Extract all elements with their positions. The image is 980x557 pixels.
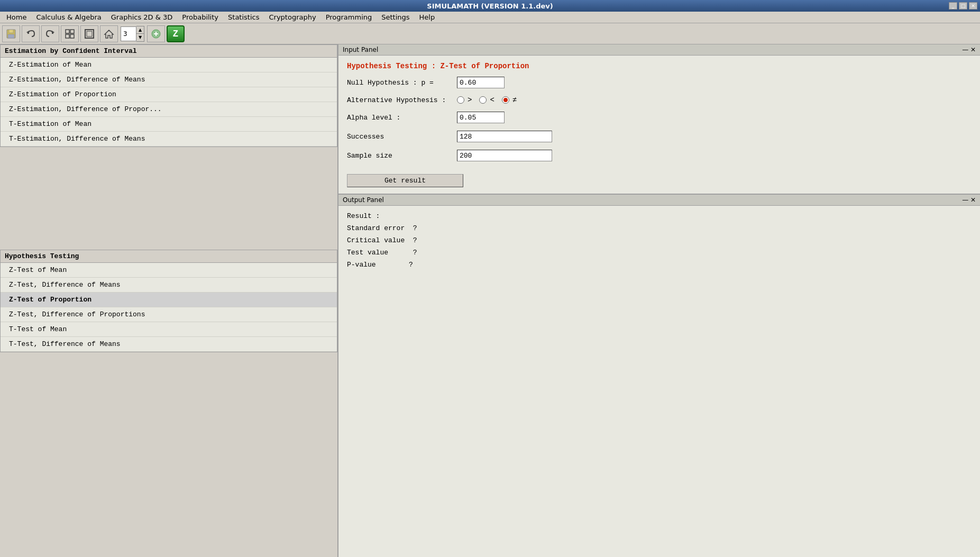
output-panel-content: Result : Standard error ? Critical value…: [338, 206, 980, 279]
radio-circle-less[interactable]: [479, 96, 487, 104]
list-item[interactable]: T-Test, Difference of Means: [1, 337, 337, 352]
save-icon: [5, 28, 17, 40]
svg-rect-1: [9, 30, 13, 33]
critical-value-row: Critical value ?: [347, 236, 972, 244]
get-result-button[interactable]: Get result: [347, 174, 463, 187]
hypothesis-title: Hypothesis Testing : Z-Test of Proportio…: [347, 62, 972, 70]
list-item[interactable]: T-Estimation of Mean: [1, 117, 337, 132]
result-header-row: Result :: [347, 212, 972, 220]
svg-rect-5: [66, 30, 69, 33]
input-panel-header: Input Panel — ✕: [338, 44, 980, 56]
radio-circle-greater[interactable]: [457, 96, 464, 104]
home-icon: [103, 28, 115, 40]
radio-greater[interactable]: [457, 96, 464, 104]
null-hypothesis-input[interactable]: [457, 77, 505, 88]
list-item[interactable]: T-Estimation, Difference of Means: [1, 132, 337, 147]
z-button-label: Z: [173, 29, 179, 39]
hypothesis-testing-header: Hypothesis Testing: [1, 250, 337, 263]
list-item[interactable]: Z-Estimation, Difference of Means: [1, 72, 337, 87]
input-panel-close[interactable]: — ✕: [962, 46, 976, 53]
output-panel-close[interactable]: — ✕: [962, 196, 976, 204]
svg-marker-11: [105, 30, 113, 38]
null-hypothesis-label: Null Hypothesis : p =: [347, 79, 453, 87]
menu-statistics[interactable]: Statistics: [224, 12, 263, 22]
bottom-spacer: [0, 352, 337, 557]
output-panel-header: Output Panel — ✕: [338, 195, 980, 206]
svg-rect-7: [66, 34, 69, 38]
main-content: Estimation by Confident Interval Z-Estim…: [0, 44, 980, 557]
frame-button[interactable]: [80, 25, 98, 42]
redo-button[interactable]: [41, 25, 59, 42]
radio-less[interactable]: [479, 96, 487, 104]
title-bar: SIMULAMATH (VERSION 1.1.dev) _ □ ✕: [0, 0, 980, 12]
undo-icon: [25, 28, 36, 40]
add-button[interactable]: [147, 25, 165, 42]
page-down-button[interactable]: ▼: [136, 34, 144, 41]
successes-input[interactable]: [457, 131, 552, 142]
alternative-hypothesis-row: Alternative Hypothesis : > <: [347, 96, 972, 104]
p-value-label: P-value ?: [347, 261, 453, 269]
minimize-button[interactable]: _: [949, 2, 957, 10]
grid-icon: [64, 28, 76, 40]
sample-size-input[interactable]: [457, 150, 552, 161]
estimation-section-header: Estimation by Confident Interval: [1, 45, 337, 58]
test-value-label: Test value ?: [347, 249, 453, 257]
radio-notequal[interactable]: [502, 96, 509, 104]
menu-cryptography[interactable]: Cryptography: [264, 12, 320, 22]
plus-icon: [150, 28, 162, 40]
critical-value-label: Critical value ?: [347, 236, 453, 244]
save-button[interactable]: [2, 25, 20, 42]
list-item[interactable]: Z-Test of Mean: [1, 263, 337, 278]
app-title: SIMULAMATH (VERSION 1.1.dev): [427, 2, 553, 10]
list-item[interactable]: T-Test of Mean: [1, 322, 337, 337]
alternative-hypothesis-options: > < ≠: [457, 96, 517, 104]
alpha-level-input[interactable]: [457, 112, 505, 123]
input-panel-content: Hypothesis Testing : Z-Test of Proportio…: [338, 56, 980, 194]
undo-button[interactable]: [22, 25, 40, 42]
home-button[interactable]: [100, 25, 118, 42]
output-panel-label: Output Panel: [343, 196, 384, 204]
svg-rect-8: [70, 34, 74, 38]
alternative-hypothesis-label: Alternative Hypothesis :: [347, 96, 453, 104]
radio-notequal-label: ≠: [512, 96, 517, 104]
menu-settings[interactable]: Settings: [377, 12, 414, 22]
standard-error-label: Standard error ?: [347, 224, 453, 232]
alpha-level-row: Alpha level :: [347, 112, 972, 123]
list-item[interactable]: Z-Estimation of Proportion: [1, 87, 337, 102]
grid-button[interactable]: [61, 25, 79, 42]
page-up-button[interactable]: ▲: [136, 26, 144, 34]
list-item[interactable]: Z-Estimation, Difference of Propor...: [1, 102, 337, 117]
menu-graphics[interactable]: Graphics 2D & 3D: [107, 12, 177, 22]
standard-error-row: Standard error ?: [347, 224, 972, 232]
successes-label: Successes: [347, 133, 453, 141]
maximize-button[interactable]: □: [959, 2, 967, 10]
sample-size-label: Sample size: [347, 152, 453, 160]
radio-greater-label: >: [468, 96, 472, 104]
list-item[interactable]: Z-Test, Difference of Means: [1, 278, 337, 293]
list-item[interactable]: Z-Test, Difference of Proportions: [1, 307, 337, 322]
p-value-row: P-value ?: [347, 261, 972, 269]
spacer: [0, 147, 337, 250]
svg-rect-6: [70, 30, 74, 33]
menu-probability[interactable]: Probability: [178, 12, 223, 22]
left-panel: Estimation by Confident Interval Z-Estim…: [0, 44, 338, 557]
menu-home[interactable]: Home: [2, 12, 31, 22]
input-panel: Input Panel — ✕ Hypothesis Testing : Z-T…: [338, 44, 980, 195]
close-button[interactable]: ✕: [969, 2, 977, 10]
test-value-row: Test value ?: [347, 249, 972, 257]
radio-less-label: <: [490, 96, 494, 104]
menu-calculus[interactable]: Calculus & Algebra: [32, 12, 105, 22]
window-controls[interactable]: _ □ ✕: [949, 2, 977, 10]
right-panel: Input Panel — ✕ Hypothesis Testing : Z-T…: [338, 44, 980, 557]
menu-programming[interactable]: Programming: [322, 12, 377, 22]
toolbar: 3 ▲ ▼ Z: [0, 23, 980, 44]
svg-rect-10: [87, 31, 92, 36]
radio-circle-notequal[interactable]: [502, 96, 509, 104]
list-item-z-test-proportion[interactable]: Z-Test of Proportion: [1, 293, 337, 307]
menu-bar: Home Calculus & Algebra Graphics 2D & 3D…: [0, 12, 980, 23]
page-number-display: 3: [121, 26, 136, 41]
input-panel-label: Input Panel: [343, 46, 378, 53]
list-item[interactable]: Z-Estimation of Mean: [1, 58, 337, 72]
menu-help[interactable]: Help: [415, 12, 439, 22]
z-special-button[interactable]: Z: [167, 25, 185, 42]
